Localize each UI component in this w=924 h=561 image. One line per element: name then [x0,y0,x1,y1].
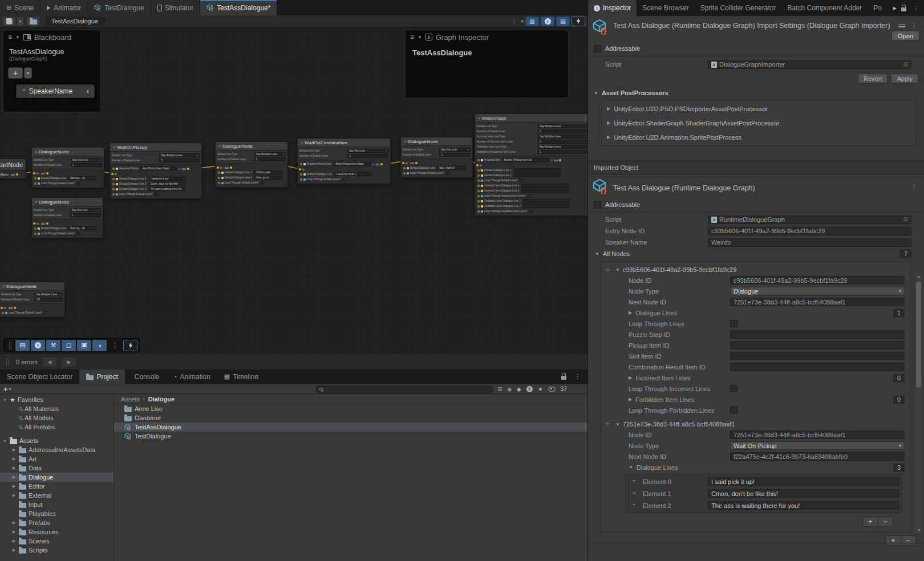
tree-item[interactable]: ▶ Scripts [0,546,114,555]
breadcrumb-root[interactable]: Assets [121,396,140,403]
presets-icon[interactable] [898,23,905,29]
graph-canvas[interactable]: ≡StartNodeSpeakerNameout≡DialogueNodeDef… [0,27,587,353]
script-object-field[interactable]: # RuntimeDialogueGraph ⊙ [708,216,911,224]
add-element-button[interactable]: + [863,517,878,526]
node-text-field[interactable]: Wat boy... W [68,176,97,180]
node-checkbox[interactable] [77,182,80,185]
scroll-down-icon[interactable]: ▼ [915,527,923,534]
tab-inspector[interactable]: iInspector [588,0,637,16]
dialogue-lines-row[interactable]: ▶Dialogue Lines1 [606,307,906,318]
collapse-property-icon[interactable]: ‹ [87,87,89,95]
node-dropdown[interactable]: Say Multiple Lines [538,145,587,149]
blackboard-panel[interactable]: ≡ ▼ Blackboard TestAssDialogue (Dialogue… [3,30,101,112]
window-button[interactable]: ◻ [62,340,76,351]
kebab-menu-icon[interactable]: ⋮ [909,183,919,190]
tree-item[interactable]: ▼ Assets [0,436,114,445]
collapse-arrow-icon[interactable]: ▼ [418,35,422,40]
lock-icon[interactable] [901,7,906,11]
remove-element-button[interactable]: − [878,517,893,526]
node-foldout[interactable]: = ▼ 7251e73e-38d3-44ff-a8c5-bcf54088aaf1 [606,419,906,429]
foldout-arrow-icon[interactable]: ▶ [11,466,17,470]
node-id-field[interactable]: 7251e73e-38d3-44ff-a8c5-bcf54088aaf1 [730,430,905,439]
tree-item[interactable]: ▶ Editor [0,482,114,491]
inspector-scrollbar[interactable]: ▲ ▼ [914,274,922,534]
foldout-arrow-icon[interactable]: ▶ [11,521,17,525]
node-type-dropdown[interactable]: Dialogue▾ [730,287,905,295]
foldout-arrow-icon[interactable]: ▶ [11,548,17,552]
speaker-name-field[interactable]: Weirdo [708,238,911,247]
tab-batch-component-adder[interactable]: Batch Component Adder [781,0,868,16]
tab-scene[interactable]: ⊞Scene [0,0,40,15]
collapse-arrow-icon[interactable]: ▼ [15,35,20,40]
script-object-field[interactable]: # DialogueGraphImporter ⊙ [708,60,911,69]
tree-item[interactable]: Input [0,500,114,509]
tab-animator[interactable]: Animator [40,0,87,15]
tab-scene-object-locator[interactable]: Scene Object Locator [0,369,79,384]
toolbar-kebab-icon[interactable]: ⋮ [509,18,520,25]
console-toggle-button[interactable]: ▤ [15,340,30,351]
node-text-field[interactable]: Cmon, don't be like this! [149,182,185,186]
foldout-arrow-icon[interactable]: ▼ [2,439,7,443]
node-number-field[interactable]: -55 [34,298,63,302]
node-checkbox[interactable]: ✓ [520,179,523,182]
node-number-field[interactable]: 1 [347,154,388,158]
node-object-field[interactable]: Meat (Pickup Item Data) [334,162,371,166]
node-text-field[interactable] [523,199,570,203]
node-foldout[interactable]: = ▼ c93b5606-401f-49a2-99b5-9ecbf1fa9c29 [606,265,906,275]
tree-item[interactable]: All Models [0,413,114,422]
contrast-button[interactable]: ◑ [92,340,107,351]
save-dropdown[interactable]: ▾ [17,17,24,26]
node-number-field[interactable]: 3 [159,158,200,162]
search-by-type-icon[interactable]: ◈ [507,386,512,392]
node-dropdown[interactable]: Say One Line [347,149,388,153]
node-text-field[interactable] [521,184,568,188]
graph-node-startnode[interactable]: ≡StartNodeSpeakerNameout [0,158,26,179]
kebab-menu-icon[interactable]: ⋮ [572,373,583,380]
graph-node-waitoncombination[interactable]: ≡WaitOnCombinationDefault Line TypeSay O… [297,138,391,184]
tree-item[interactable]: Playables [0,509,114,518]
visibility-eye-icon[interactable] [548,387,556,392]
file-row[interactable]: {} TestDialogue [114,432,587,441]
tree-item[interactable]: ▼ ★ Favorites [0,395,114,404]
search-input[interactable] [315,385,493,393]
blackboard-toggle-button[interactable]: ▤ [556,17,570,26]
create-asset-dropdown[interactable]: ▾ [9,387,11,392]
node-dropdown[interactable]: Say Multiple Lines [254,152,286,156]
graph-node-dialoguenode[interactable]: ≡DialogueNodeDefault Line TypeSay One Li… [31,197,103,238]
entry-node-id-field[interactable]: c93b5606-401f-49a2-99b5-9ecbf1fa9c29 [708,227,911,235]
minimap-toggle-button[interactable]: ▥ [525,17,539,26]
node-dropdown[interactable]: Say One Line [71,158,102,162]
postprocessor-row[interactable]: ▶ UnityEditor.U2D.Animation.SpritePostPr… [602,130,915,144]
node-text-field[interactable] [514,173,561,177]
node-text-field[interactable]: Now, go on, [254,176,283,180]
node-text-field[interactable] [523,204,570,208]
element-text-field[interactable]: Cmon, don't be like this! [708,489,899,498]
foldout-arrow-icon[interactable]: ▼ [2,398,7,402]
dialogue-lines-row[interactable]: ▼Dialogue Lines3 [606,462,906,473]
tab-console[interactable]: Console [125,369,167,384]
node-object-field[interactable]: Bonfire (Pickup Item Da [502,158,549,162]
addressable-checkbox[interactable] [594,45,601,52]
blackboard-property-speakername[interactable]: “ SpeakerName ‹ [16,84,95,98]
node-checkbox[interactable] [261,181,264,184]
all-nodes-count-badge[interactable]: 7 [900,250,911,258]
breadcrumb[interactable]: TestAssDialogue [46,17,107,26]
graph-inspector-toggle-button[interactable]: i [541,17,554,26]
graph-node-waitonslot[interactable]: ≡WaitOnSlotDefault Line TypeSay Multiple… [475,113,587,216]
node-number-field[interactable]: 2 [538,129,587,133]
tree-item[interactable]: ▶ AddressableAssetsData [0,445,114,454]
foldout-arrow-icon[interactable]: ▶ [11,475,17,479]
node-checkbox[interactable] [77,232,80,235]
postprocessor-row[interactable]: ▶ UnityEditor.U2D.PSD.PSDImporterAssetPo… [602,101,915,116]
node-object-field[interactable]: Ass (Pickup Item Data) [141,166,177,170]
graph-node-dialoguenode[interactable]: ≡DialogueNodeDefault Line TypeSay Multip… [215,141,288,188]
node-checkbox[interactable]: ✓ [343,178,346,181]
count-badge[interactable]: 3 [893,464,905,471]
scroll-up-icon[interactable]: ▲ [915,274,923,280]
foldout-arrow-icon[interactable]: ▶ [11,484,17,489]
node-type-dropdown[interactable]: Wait On Pickup▾ [730,441,905,450]
tree-item[interactable]: ▶ Scenes [0,536,114,546]
foldout-arrow-icon[interactable]: ▶ [11,448,17,452]
save-button[interactable] [2,17,16,26]
node-text-field[interactable] [514,168,561,172]
